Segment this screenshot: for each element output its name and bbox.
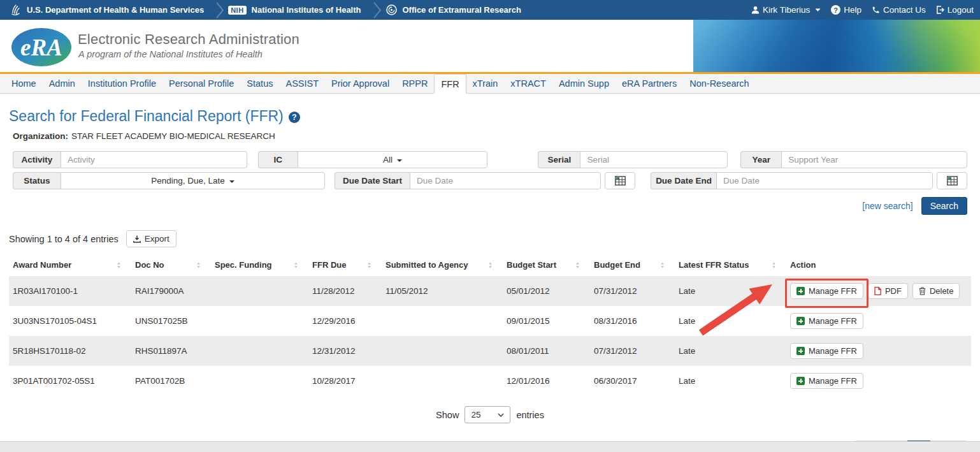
- table-row: 3U03NS170105-04S1 UNS017025B 12/29/2016 …: [9, 306, 971, 336]
- chevron-separator-icon: [373, 2, 382, 18]
- nav-home[interactable]: Home: [5, 74, 43, 93]
- nav-personal-profile[interactable]: Personal Profile: [162, 74, 240, 93]
- col-doc-no[interactable]: Doc No▲▼: [131, 255, 211, 276]
- serial-input[interactable]: [580, 151, 728, 168]
- help-link[interactable]: ? Help: [831, 5, 861, 15]
- plus-icon: [796, 377, 805, 385]
- nav-ffr-active[interactable]: FFR: [434, 74, 466, 94]
- col-spec-funding[interactable]: Spec. Funding▲▼: [211, 255, 308, 276]
- entries-label: entries: [516, 410, 544, 420]
- era-header: eRA Electronic Research Administration A…: [0, 20, 980, 74]
- topbar-item-label: National Institutes of Health: [252, 5, 361, 15]
- plus-icon: [796, 287, 805, 295]
- status-label: Status: [13, 172, 61, 189]
- pdf-button[interactable]: PDF: [868, 283, 908, 299]
- sort-icon: ▲▼: [660, 261, 665, 269]
- sort-icon: ▲▼: [575, 261, 580, 269]
- plus-icon: [796, 317, 805, 325]
- col-budget-end[interactable]: Budget End▲▼: [590, 255, 675, 276]
- organization-value: STAR FLEET ACADEMY BIO-MEDICAL RESEARCH: [71, 131, 275, 141]
- user-name: Kirk Tiberius: [763, 5, 810, 15]
- year-label: Year: [740, 151, 781, 168]
- sort-icon: ▲▼: [196, 261, 201, 269]
- main-navigation: Home Admin Institution Profile Personal …: [0, 74, 980, 94]
- nav-xtrain[interactable]: xTrain: [466, 74, 505, 93]
- sort-icon: ▲▼: [488, 261, 493, 269]
- header-wave-graphic: [693, 20, 980, 72]
- showing-entries-text: Showing 1 to 4 of 4 entries: [9, 234, 119, 244]
- support-year-input[interactable]: [781, 151, 967, 168]
- manage-ffr-button[interactable]: Manage FFR: [790, 283, 863, 299]
- activity-input[interactable]: [61, 151, 247, 168]
- topbar-item-label: Office of Extramural Research: [403, 5, 521, 15]
- contact-us-link[interactable]: Contact Us: [872, 5, 926, 15]
- sort-icon: ▲▼: [367, 261, 371, 269]
- pdf-file-icon: [874, 287, 881, 295]
- manage-ffr-button[interactable]: Manage FFR: [790, 343, 863, 359]
- plus-icon: [796, 347, 805, 355]
- delete-button[interactable]: Delete: [912, 283, 960, 299]
- activity-label: Activity: [13, 151, 61, 168]
- topbar-item-label: U.S. Department of Health & Human Servic…: [27, 5, 204, 15]
- col-budget-start[interactable]: Budget Start▲▼: [503, 255, 590, 276]
- due-date-end-input[interactable]: [716, 172, 933, 189]
- trash-icon: [919, 287, 926, 295]
- col-ffr-due[interactable]: FFR Due▲▼: [308, 255, 382, 276]
- nav-admin-supp[interactable]: Admin Supp: [552, 74, 616, 93]
- sort-icon: ▲▼: [117, 261, 121, 269]
- nih-logo: NIH: [228, 6, 246, 15]
- page-title: Search for Federal Financial Report (FFR…: [9, 108, 284, 125]
- footer-bar: [0, 441, 980, 452]
- new-search-link[interactable]: [new search]: [862, 201, 912, 211]
- export-button[interactable]: Export: [126, 230, 177, 247]
- search-button[interactable]: Search: [921, 197, 967, 215]
- caret-down-icon: [815, 8, 821, 12]
- col-submitted-to-agency[interactable]: Submitted to Agency▲▼: [382, 255, 503, 276]
- hhs-eagle-icon: [9, 4, 22, 17]
- topbar-item-nih[interactable]: NIH National Institutes of Health: [224, 5, 372, 15]
- topbar-item-oer[interactable]: Office of Extramural Research: [382, 4, 533, 16]
- calendar-icon: [947, 176, 958, 186]
- caret-down-icon: [229, 180, 234, 183]
- table-row: 5R18HS170118-02 RHS011897A 12/31/2012 08…: [9, 336, 971, 366]
- search-filters: Activity IC All Serial Year Status Pendi…: [13, 151, 967, 189]
- topbar-item-hhs[interactable]: U.S. Department of Health & Human Servic…: [9, 4, 215, 17]
- due-date-start-calendar-button[interactable]: [605, 172, 635, 189]
- help-icon: ?: [831, 5, 840, 15]
- nav-status[interactable]: Status: [240, 74, 279, 93]
- due-date-start-label: Due Date Start: [335, 172, 410, 189]
- ffr-results-table: Award Number▲▼ Doc No▲▼ Spec. Funding▲▼ …: [9, 255, 971, 396]
- user-menu[interactable]: Kirk Tiberius: [751, 5, 821, 15]
- nav-non-research[interactable]: Non-Research: [683, 74, 756, 93]
- page-help-icon[interactable]: ?: [289, 112, 300, 123]
- download-icon: [133, 235, 141, 243]
- nav-rppr[interactable]: RPPR: [396, 74, 434, 93]
- chevron-down-icon: [498, 413, 504, 417]
- nav-institution-profile[interactable]: Institution Profile: [82, 74, 162, 93]
- status-select[interactable]: Pending, Due, Late: [61, 172, 325, 189]
- logout-link[interactable]: Logout: [936, 5, 974, 15]
- due-date-start-input[interactable]: [410, 172, 601, 189]
- manage-ffr-button[interactable]: Manage FFR: [790, 313, 863, 329]
- ic-select[interactable]: All: [298, 151, 488, 168]
- era-logo: eRA: [10, 27, 73, 68]
- logout-icon: [936, 6, 944, 14]
- nav-prior-approval[interactable]: Prior Approval: [325, 74, 396, 93]
- caret-down-icon: [397, 159, 402, 162]
- nav-xtract[interactable]: xTRACT: [504, 74, 552, 93]
- table-row: 3P01AT001702-05S1 PAT001702B 10/28/2017 …: [9, 366, 971, 396]
- col-latest-ffr-status[interactable]: Latest FFR Status▲▼: [675, 255, 786, 276]
- nav-assist[interactable]: ASSIST: [279, 74, 325, 93]
- manage-ffr-button[interactable]: Manage FFR: [790, 373, 863, 389]
- nav-admin[interactable]: Admin: [43, 74, 82, 93]
- show-label: Show: [436, 410, 459, 420]
- award-number-cell: 1R03AI170100-1: [9, 276, 131, 306]
- col-action: Action: [786, 255, 971, 276]
- nav-era-partners[interactable]: eRA Partners: [616, 74, 683, 93]
- page-size-select[interactable]: 25: [465, 406, 510, 423]
- col-award-number[interactable]: Award Number▲▼: [9, 255, 131, 276]
- due-date-end-calendar-button[interactable]: [937, 172, 967, 189]
- due-date-end-label: Due Date End: [651, 172, 716, 189]
- sort-icon: ▲▼: [294, 261, 298, 269]
- organization-label: Organization:: [13, 131, 68, 141]
